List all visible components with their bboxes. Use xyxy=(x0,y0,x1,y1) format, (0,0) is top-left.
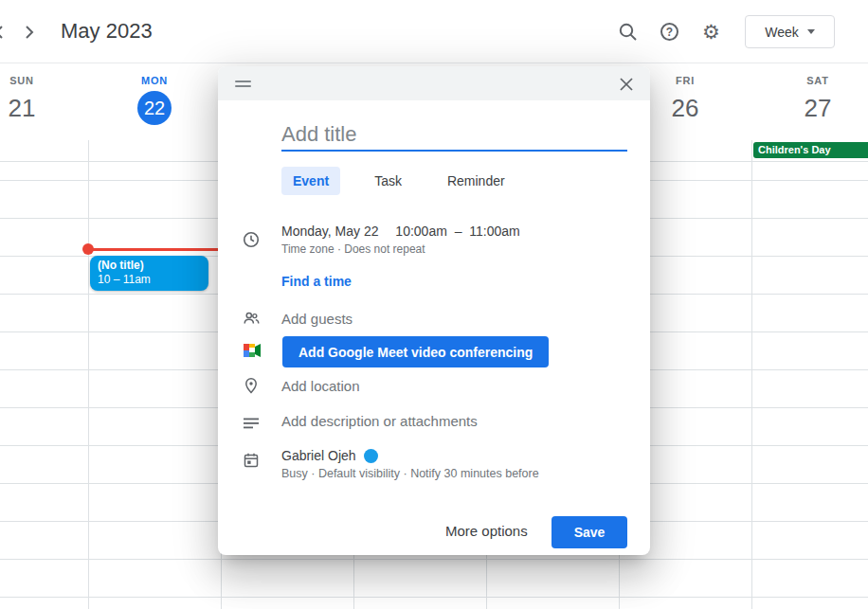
view-switcher-dropdown[interactable]: Week xyxy=(745,15,835,48)
day-header-sat[interactable]: SAT 27 xyxy=(751,75,868,125)
add-location-field[interactable]: Add location xyxy=(281,378,360,394)
event-datetime[interactable]: Monday, May 22 10:00am – 11:00am xyxy=(281,224,520,239)
save-button[interactable]: Save xyxy=(552,516,627,548)
hour-gridline xyxy=(0,559,868,560)
previous-period-icon[interactable] xyxy=(0,23,9,42)
event-title: (No title) xyxy=(98,259,201,273)
day-number[interactable]: 21 xyxy=(0,91,88,125)
event-type-tabs: Event Task Reminder xyxy=(281,167,516,195)
day-column-line xyxy=(88,140,89,609)
search-icon[interactable] xyxy=(618,22,639,43)
top-app-bar: May 2023 ? ⚙ Week xyxy=(0,0,868,63)
google-meet-icon xyxy=(243,343,262,358)
hour-gridline xyxy=(0,597,868,598)
chevron-down-icon xyxy=(807,29,815,34)
more-options-button[interactable]: More options xyxy=(445,523,528,539)
clock-icon xyxy=(243,231,260,248)
event-time: 10 – 11am xyxy=(98,273,201,287)
calendar-event-chip[interactable]: (No title) 10 – 11am xyxy=(90,256,208,291)
page-title: May 2023 xyxy=(61,19,153,44)
owner-settings-meta: Busy · Default visibility · Notify 30 mi… xyxy=(281,467,539,480)
day-number-today[interactable]: 22 xyxy=(137,91,172,125)
add-google-meet-button[interactable]: Add Google Meet video conferencing xyxy=(282,336,549,367)
drag-handle-icon[interactable] xyxy=(235,81,251,90)
day-header-mon[interactable]: MON 22 xyxy=(88,75,221,125)
location-pin-icon xyxy=(243,377,260,394)
holiday-event-chip[interactable]: Children's Day xyxy=(753,142,868,158)
close-icon[interactable] xyxy=(618,76,635,93)
calendar-owner-name: Gabriel Ojeh xyxy=(281,448,356,463)
calendar-color-dot[interactable] xyxy=(364,449,378,463)
tab-task[interactable]: Task xyxy=(363,167,413,195)
settings-gear-icon[interactable]: ⚙ xyxy=(702,22,723,43)
guests-icon xyxy=(243,310,260,327)
add-description-field[interactable]: Add description or attachments xyxy=(281,413,478,429)
help-icon[interactable]: ? xyxy=(660,23,678,41)
add-guests-field[interactable]: Add guests xyxy=(281,311,353,327)
tab-reminder[interactable]: Reminder xyxy=(436,167,516,195)
timezone-repeat-meta[interactable]: Time zone · Does not repeat xyxy=(281,242,425,256)
find-a-time-link[interactable]: Find a time xyxy=(281,274,352,289)
current-time-line xyxy=(88,248,221,251)
day-number[interactable]: 27 xyxy=(751,91,868,125)
description-lines-icon xyxy=(243,415,260,432)
day-header-sun[interactable]: SUN 21 xyxy=(0,75,88,125)
calendar-icon xyxy=(243,452,260,469)
dialog-drag-bar[interactable] xyxy=(218,66,650,100)
tab-event[interactable]: Event xyxy=(281,167,340,195)
current-time-dot xyxy=(82,243,94,255)
view-switcher-label: Week xyxy=(765,25,799,40)
event-create-dialog: Event Task Reminder Monday, May 22 10:00… xyxy=(218,66,650,555)
event-title-input[interactable] xyxy=(281,119,627,152)
next-period-icon[interactable] xyxy=(19,23,38,42)
day-column-line xyxy=(751,140,752,609)
